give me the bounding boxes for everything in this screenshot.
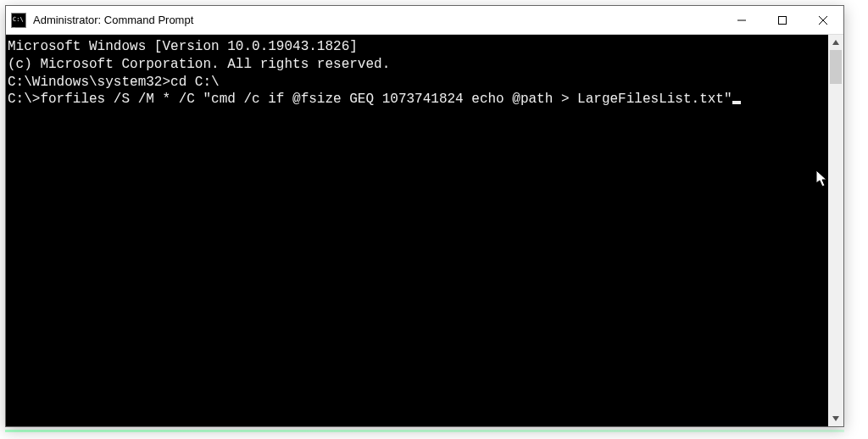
banner-line-2: (c) Microsoft Corporation. All rights re…	[8, 56, 826, 74]
minimize-button[interactable]	[721, 6, 762, 34]
titlebar[interactable]: C:\ _ Administrator: Command Prompt	[6, 6, 843, 35]
command-line-1: C:\Windows\system32>cd C:\	[8, 74, 826, 92]
close-button[interactable]	[803, 6, 843, 34]
cmd-1: cd C:\	[170, 75, 220, 90]
cmd-2: forfiles /S /M * /C "cmd /c if @fsize GE…	[40, 92, 732, 107]
svg-rect-4	[779, 16, 787, 24]
vertical-scrollbar[interactable]	[828, 35, 843, 426]
prompt-2: C:\>	[8, 92, 40, 107]
content-area: Microsoft Windows [Version 10.0.19043.18…	[6, 35, 843, 426]
scroll-track[interactable]	[828, 50, 843, 411]
cmd-icon: C:\ _	[11, 13, 26, 28]
prompt-1: C:\Windows\system32>	[8, 75, 170, 90]
maximize-button[interactable]	[762, 6, 803, 34]
terminal-output[interactable]: Microsoft Windows [Version 10.0.19043.18…	[6, 35, 828, 426]
scroll-down-button[interactable]	[828, 411, 843, 426]
scroll-up-button[interactable]	[828, 35, 843, 50]
scroll-thumb[interactable]	[830, 50, 842, 84]
window-title: Administrator: Command Prompt	[33, 14, 721, 26]
svg-marker-7	[832, 40, 839, 45]
text-cursor	[732, 101, 741, 104]
banner-line-1: Microsoft Windows [Version 10.0.19043.18…	[8, 38, 826, 56]
title-controls	[721, 6, 843, 34]
svg-marker-8	[832, 416, 839, 421]
command-prompt-window: C:\ _ Administrator: Command Prompt Micr…	[5, 5, 844, 427]
decorative-strip	[5, 430, 844, 432]
command-line-2: C:\>forfiles /S /M * /C "cmd /c if @fsiz…	[8, 91, 826, 108]
